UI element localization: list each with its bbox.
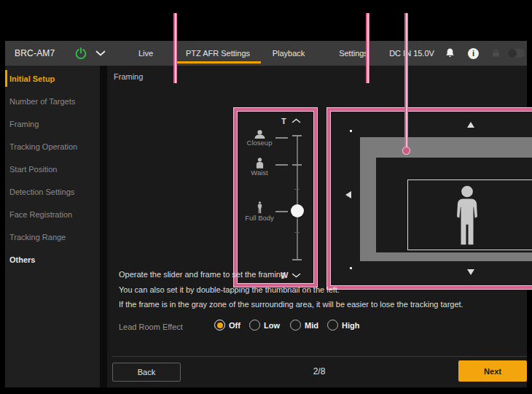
sidebar-item-label: Face Registration — [9, 210, 72, 219]
radio-low[interactable]: Low — [249, 320, 280, 331]
lead-room-effect-label: Lead Room Effect — [119, 322, 183, 331]
track-minor-tick — [294, 232, 300, 233]
sidebar-item-label: Start Position — [9, 165, 57, 174]
framing-preview-callout — [327, 108, 532, 289]
radio-circle — [214, 320, 225, 331]
callout-dot-frame — [403, 147, 410, 154]
info-icon[interactable]: i — [468, 48, 479, 59]
sidebar-nav: Initial Setup Number of Targets Framing … — [5, 66, 100, 387]
framing-slider-callout: T Closeup Waist — [234, 108, 317, 287]
sidebar-item-tracking-operation[interactable]: Tracking Operation — [5, 135, 100, 158]
waist-leader-line — [275, 164, 288, 166]
track-bottom-tick — [292, 259, 302, 260]
preset-label: Full Body — [245, 214, 274, 222]
preset-label: Closeup — [247, 139, 273, 147]
main-content: Framing T Closeup — [107, 66, 527, 387]
sidebar-item-start-position[interactable]: Start Position — [5, 158, 100, 180]
pan-left-arrow-icon[interactable] — [345, 191, 351, 198]
corner-marker — [350, 130, 352, 132]
radio-label: Low — [264, 321, 280, 330]
zoom-slider-handle[interactable] — [291, 204, 304, 217]
top-bar: BRC-AM7 Live PTZ AFR Settings Playback S… — [5, 41, 527, 66]
sidebar-item-label: Number of Targets — [9, 97, 75, 106]
full-body-leader-line — [275, 211, 288, 212]
waist-torso-icon — [255, 158, 265, 169]
radio-high[interactable]: High — [327, 320, 359, 331]
sidebar-item-label: Initial Setup — [9, 74, 55, 83]
tab-ptz-afr-settings[interactable]: PTZ AFR Settings — [175, 41, 261, 66]
callout-line-slider — [173, 13, 177, 83]
footer-divider — [112, 356, 527, 357]
sidebar-item-initial-setup[interactable]: Initial Setup — [5, 67, 100, 90]
info-glyph: i — [472, 50, 474, 58]
device-name: BRC-AM7 — [15, 41, 55, 66]
page-indicator: 2/8 — [290, 366, 348, 376]
radio-circle — [290, 320, 301, 331]
zoom-slider-track[interactable] — [297, 136, 298, 260]
sidebar-item-framing[interactable]: Framing — [5, 112, 100, 135]
zoom-tele-button[interactable] — [292, 118, 301, 123]
lock-toggle[interactable] — [508, 49, 525, 58]
pan-down-arrow-icon[interactable] — [467, 269, 474, 275]
sidebar-divider — [100, 66, 107, 387]
bell-icon[interactable] — [445, 47, 455, 59]
preset-waist[interactable]: Waist — [246, 158, 273, 177]
track-minor-tick — [294, 189, 300, 190]
radio-circle — [327, 320, 338, 331]
radio-mid[interactable]: Mid — [290, 320, 318, 331]
tab-settings[interactable]: Settings — [326, 41, 381, 66]
sidebar-item-label: Tracking Range — [9, 233, 66, 242]
sidebar-item-label: Tracking Operation — [9, 142, 77, 151]
preset-full-body[interactable]: Full Body — [243, 201, 275, 222]
sidebar-item-others[interactable]: Others — [5, 248, 100, 271]
instruction-line: If the frame is in the gray zone of the … — [119, 297, 463, 312]
closeup-leader-line — [275, 137, 288, 139]
back-button[interactable]: Back — [112, 363, 181, 382]
sidebar-item-label: Framing — [9, 120, 39, 128]
sidebar-item-label: Others — [9, 255, 35, 264]
radio-circle — [249, 320, 260, 331]
lock-icon[interactable] — [491, 48, 501, 58]
pan-up-arrow-icon[interactable] — [467, 122, 474, 128]
full-body-icon — [257, 201, 262, 214]
app-window: BRC-AM7 Live PTZ AFR Settings Playback S… — [5, 41, 527, 387]
closeup-bust-icon — [254, 130, 266, 139]
tele-label: T — [281, 117, 286, 125]
tab-live[interactable]: Live — [124, 41, 168, 66]
sidebar-item-detection-settings[interactable]: Detection Settings — [5, 180, 100, 203]
preset-closeup[interactable]: Closeup — [246, 130, 273, 147]
instruction-line: You can also set it by double-tapping th… — [119, 282, 463, 298]
power-icon[interactable] — [74, 47, 87, 60]
track-waist-tick — [292, 164, 302, 166]
power-source-status: DC IN 15.0V — [383, 41, 441, 66]
callout-line-preview — [366, 13, 369, 83]
chevron-down-icon[interactable] — [95, 50, 106, 56]
instruction-text: Operate the slider and frame to set the … — [119, 267, 463, 312]
tab-playback[interactable]: Playback — [261, 41, 316, 66]
sidebar-item-number-of-targets[interactable]: Number of Targets — [5, 90, 100, 112]
instruction-line: Operate the slider and frame to set the … — [119, 267, 463, 282]
radio-label: Mid — [305, 321, 318, 330]
radio-label: High — [342, 321, 359, 330]
person-silhouette-icon — [455, 185, 480, 247]
track-top-tick — [292, 135, 302, 136]
next-button[interactable]: Next — [458, 360, 527, 382]
page-title: Framing — [114, 72, 143, 81]
sidebar-item-face-registration[interactable]: Face Registration — [5, 203, 100, 225]
sidebar-item-label: Detection Settings — [9, 188, 74, 196]
preset-label: Waist — [251, 169, 267, 177]
sidebar-item-tracking-range[interactable]: Tracking Range — [5, 225, 100, 248]
radio-label: Off — [229, 321, 240, 330]
callout-line-frame — [404, 13, 408, 149]
screenshot-canvas: BRC-AM7 Live PTZ AFR Settings Playback S… — [0, 0, 532, 394]
radio-off[interactable]: Off — [214, 320, 240, 331]
